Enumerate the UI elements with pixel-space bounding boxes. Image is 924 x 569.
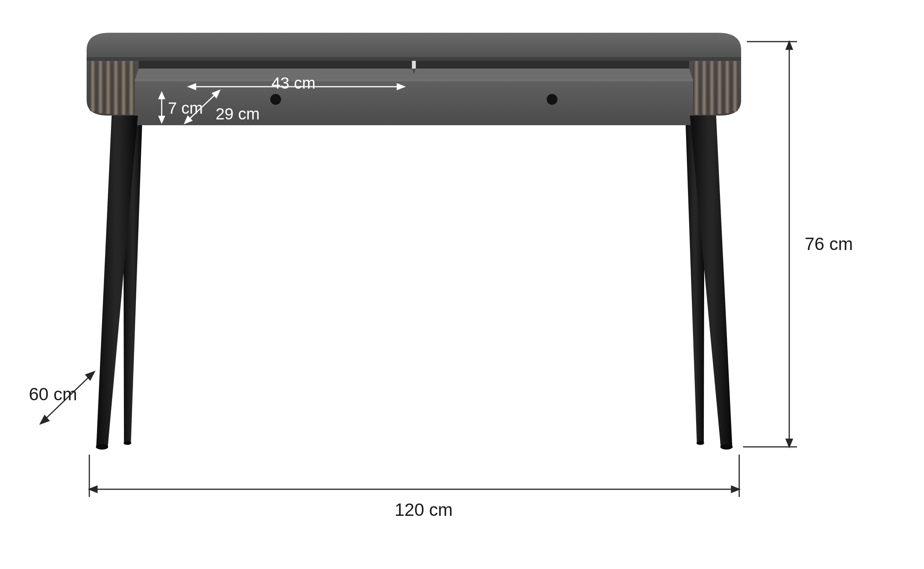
svg-marker-31 xyxy=(732,486,739,492)
label-height: 76 cm xyxy=(805,235,853,253)
svg-rect-16 xyxy=(732,61,738,112)
label-drawer-depth: 29 cm xyxy=(216,106,259,122)
label-drawer-height: 7 cm xyxy=(168,100,203,116)
desk-illustration xyxy=(0,0,924,569)
svg-point-3 xyxy=(696,441,704,445)
svg-rect-13 xyxy=(708,61,715,115)
svg-marker-30 xyxy=(89,486,97,492)
svg-rect-14 xyxy=(716,61,723,114)
label-depth: 60 cm xyxy=(29,385,77,403)
svg-rect-9 xyxy=(120,61,127,115)
svg-marker-35 xyxy=(786,42,792,49)
label-drawer-width: 43 cm xyxy=(271,75,315,91)
svg-rect-7 xyxy=(105,61,112,114)
svg-rect-8 xyxy=(112,61,119,115)
svg-rect-24 xyxy=(411,79,693,81)
svg-marker-36 xyxy=(786,439,792,447)
svg-rect-12 xyxy=(701,61,708,115)
svg-rect-5 xyxy=(89,61,96,112)
svg-rect-11 xyxy=(693,61,700,115)
label-width: 120 cm xyxy=(395,501,453,519)
svg-point-26 xyxy=(96,444,108,450)
svg-point-1 xyxy=(124,441,131,445)
svg-rect-4 xyxy=(87,57,741,61)
svg-rect-6 xyxy=(97,61,104,113)
drawer-knob-left xyxy=(270,94,281,105)
svg-marker-22 xyxy=(412,69,693,80)
dim-height xyxy=(743,42,797,447)
svg-rect-10 xyxy=(128,61,135,115)
dim-width xyxy=(89,455,739,497)
svg-point-28 xyxy=(720,444,733,450)
svg-rect-15 xyxy=(724,61,731,113)
drawer-knob-right xyxy=(547,94,557,105)
drawer-divider-gap xyxy=(412,61,416,69)
desk-tabletop xyxy=(87,33,741,61)
drawer-right xyxy=(411,69,693,125)
